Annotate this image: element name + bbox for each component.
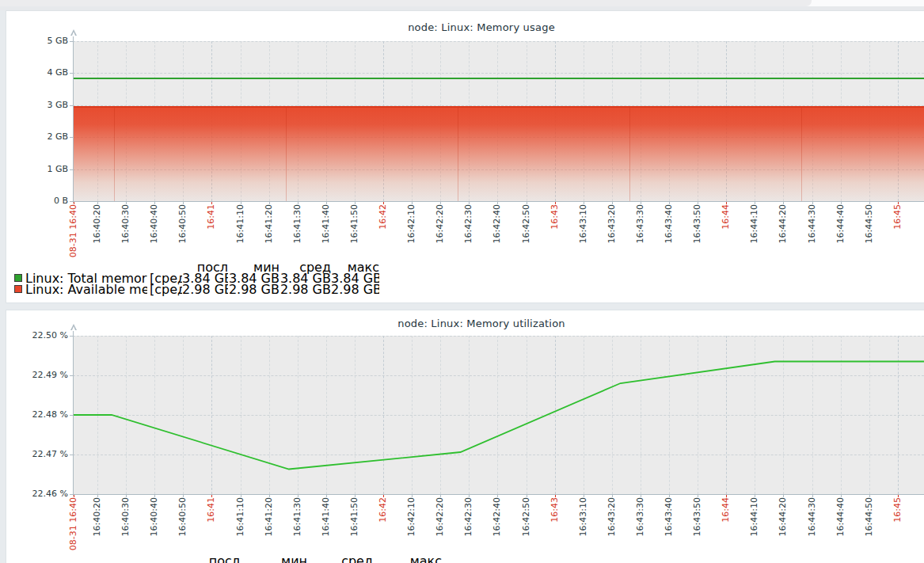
x-axis-label: 16:42:40 [492,204,502,243]
x-axis-label: 16:43:40 [664,204,674,243]
memory-usage-legend: послминсредмаксLinux: Total memory[сред]… [6,261,608,295]
x-axis-label: 16:44 [721,497,731,523]
browser-chrome [0,0,924,10]
x-axis-label: 16:43 [549,204,560,230]
y-axis-label: 22.48 % [6,410,68,420]
memory-utilization-legend: послминсредмакс [6,555,608,563]
series-stat-value: 2.98 GB [279,282,331,297]
x-axis-label: 16:44:30 [807,497,817,536]
series-function: [сред] [147,282,182,297]
x-axis-label: 16:41:50 [349,497,359,536]
x-axis-label: 16:43:40 [664,497,674,536]
x-axis-label: 16:42:50 [521,204,531,243]
x-axis-label: 16:44:20 [778,497,788,536]
x-axis-label: 08-31 16:40 [68,204,78,257]
x-axis-label: 16:44:50 [864,204,874,243]
y-axis-label: 0 B [6,196,68,206]
y-axis-label: 1 GB [6,165,68,174]
plot-area[interactable] [73,336,924,494]
x-axis-label: 16:43:20 [606,497,617,536]
plot-area[interactable] [73,41,924,201]
x-axis-label: 16:41 [206,497,216,523]
x-axis-label: 16:42:50 [521,497,531,536]
legend-swatch-cell [14,274,25,282]
y-axis-label: 4 GB [6,68,68,78]
y-axis-arrow-icon [70,29,77,36]
legend-row: Linux: Available memory[сред]2.98 GB2.98… [6,283,608,295]
area-seam-artifact [629,108,630,201]
available-memory-area [73,106,924,201]
x-axis-label: 16:42:20 [435,497,445,536]
x-axis-label: 16:41:20 [264,497,274,536]
browser-tab-bottom[interactable] [0,0,812,6]
x-axis-label: 16:40:40 [149,204,159,243]
x-axis-label: 08-31 16:40 [68,497,78,550]
x-axis-label: 16:44:10 [749,497,759,536]
x-axis-label: 16:42:10 [406,497,416,536]
x-axis-label: 16:45 [892,204,903,230]
y-axis-label: 22.50 % [6,331,68,340]
area-seam-artifact [286,108,287,201]
legend-column-header: мин [240,553,307,563]
x-axis-label: 16:40:30 [120,497,131,536]
memory-utilization-graph[interactable]: 22.46 %22.47 %22.48 %22.49 %22.50 %08-31… [6,310,924,563]
x-axis-label: 16:44 [721,204,731,230]
memory-usage-panel: node: Linux: Memory usage 0 B1 GB2 GB3 G… [6,10,924,303]
x-axis-label: 16:41:10 [235,497,245,536]
x-axis-label: 16:44:20 [778,204,788,243]
area-seam-artifact [801,108,802,201]
area-seam-artifact [458,108,458,201]
memory-utilization-line [73,336,924,494]
legend-swatch-cell [14,285,25,293]
total-memory-line [73,78,924,79]
x-axis-label: 16:43:10 [578,497,588,536]
x-axis-label: 16:41:20 [264,204,274,243]
y-axis-line [73,36,74,203]
x-axis-label: 16:43:30 [635,204,645,243]
x-axis-label: 16:43:30 [635,497,645,536]
y-axis-label: 3 GB [6,101,68,110]
x-axis-label: 16:41:30 [292,204,302,243]
y-axis-label: 5 GB [6,36,68,46]
x-axis-label: 16:40:50 [177,497,188,536]
area-seam-artifact [114,108,115,201]
series-color-swatch [14,285,22,293]
x-axis-label: 16:41 [206,204,216,230]
x-axis-label: 16:42 [378,204,388,230]
series-stat-value: 2.98 GB [228,282,279,297]
x-axis-label: 16:44:50 [864,497,874,536]
legend-column-header: посл [182,553,240,563]
x-axis-label: 16:40:30 [120,204,131,243]
y-axis-label: 22.49 % [6,371,68,380]
y-axis-label: 22.47 % [6,450,68,459]
x-axis-label: 16:43:50 [692,204,702,243]
x-axis-label: 16:44:30 [807,204,817,243]
x-axis-label: 16:40:20 [92,204,102,243]
y-axis-label: 22.46 % [6,489,68,499]
x-axis-line [73,201,924,202]
x-axis-label: 16:43 [549,497,560,523]
series-stat-value: 2.98 GB [331,282,379,297]
x-axis-line [73,494,924,495]
x-axis-label: 16:42:10 [406,204,416,243]
x-axis-label: 16:44:40 [835,204,846,243]
gridline-horizontal [73,41,924,42]
memory-utilization-panel: node: Linux: Memory utilization 22.46 %2… [6,310,924,563]
x-axis-label: 16:40:40 [149,497,159,536]
legend-column-header: сред [307,553,373,563]
x-axis-label: 16:43:10 [578,204,588,243]
x-axis-label: 16:42:30 [463,204,473,243]
legend-column-header: макс [373,553,442,563]
series-color-swatch [14,274,22,282]
page: { "legend_columns": ["посл", "мин", "сре… [0,0,924,563]
x-axis-label: 16:42:40 [492,497,502,536]
x-axis-label: 16:43:20 [606,204,617,243]
x-axis-label: 16:41:40 [321,204,331,243]
x-axis-label: 16:40:20 [92,497,102,536]
y-axis-arrow-icon [70,324,77,330]
x-axis-label: 16:44:10 [749,204,759,243]
gridline-horizontal [73,73,924,74]
x-axis-label: 16:42 [378,497,388,523]
x-axis-label: 16:41:50 [349,204,359,243]
series-stat-value: 2.98 GB [182,282,228,297]
